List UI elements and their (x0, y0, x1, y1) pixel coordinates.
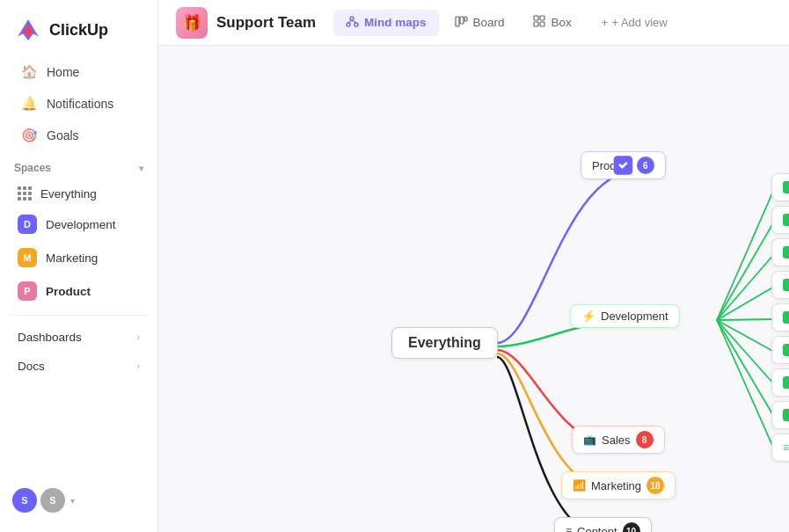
content-label: Content (577, 525, 617, 533)
dashboards-row[interactable]: Dashboards › (4, 324, 154, 351)
sales-icon: 📺 (583, 434, 596, 446)
sidebar-item-notifications[interactable]: 🔔 Notifications (7, 89, 150, 119)
marketing-label: Marketing (46, 251, 98, 265)
svg-line-14 (717, 189, 774, 320)
add-icon: + (602, 16, 609, 29)
sidebar-item-goals[interactable]: 🎯 Goals (7, 120, 150, 150)
qa-icon (783, 311, 789, 324)
ios-icon (783, 376, 789, 389)
svg-rect-7 (456, 17, 459, 26)
avatar-user[interactable]: S (40, 488, 65, 513)
development-label: Development (601, 310, 668, 323)
qa-node[interactable]: QA 11 (771, 303, 789, 332)
marketing-badge: 18 (647, 477, 664, 494)
docs-label: Docs (18, 360, 45, 373)
svg-line-16 (717, 254, 774, 320)
home-icon: 🏠 (21, 64, 38, 80)
sidebar-item-marketing[interactable]: M Marketing (4, 242, 154, 273)
roadmap-node[interactable]: Roadmap 11 (771, 173, 789, 201)
svg-point-4 (347, 23, 350, 26)
spaces-section-header: Spaces ▾ (0, 151, 157, 179)
home-label: Home (47, 65, 79, 79)
sidebar-item-product[interactable]: P Product (4, 275, 154, 307)
svg-line-15 (717, 222, 774, 320)
dashboards-label: Dashboards (18, 331, 82, 344)
sprints-icon (783, 246, 789, 259)
board-label: Board (473, 16, 505, 29)
sidebar-item-development[interactable]: D Development (4, 208, 154, 240)
avatar-s[interactable]: S (12, 488, 37, 513)
sidebar-item-home[interactable]: 🏠 Home (7, 57, 150, 87)
svg-rect-10 (534, 16, 538, 20)
development-label: Development (46, 218, 116, 231)
android-node[interactable]: Android 4 (771, 401, 789, 429)
add-view-label: + Add view (611, 16, 667, 29)
svg-line-20 (717, 320, 774, 384)
avatar-area: S S ▾ (0, 479, 157, 521)
notes-node[interactable]: ≡ Notes 3 (771, 434, 789, 462)
add-view-button[interactable]: + + Add view (591, 11, 678, 34)
notifications-label: Notifications (47, 97, 113, 111)
svg-point-2 (350, 17, 354, 20)
marketing-badge: M (18, 248, 37, 267)
divider-1 (11, 315, 147, 316)
mindmap-svg (158, 46, 789, 532)
android-icon (783, 409, 789, 421)
svg-line-18 (717, 319, 774, 320)
content-icon: ≡ (566, 525, 572, 532)
mindmaps-icon (346, 15, 359, 31)
svg-rect-8 (460, 17, 464, 24)
tooling-node[interactable]: Tooling 5 (771, 271, 789, 299)
box-icon (533, 15, 546, 31)
bell-icon: 🔔 (21, 96, 38, 112)
svg-rect-9 (464, 17, 467, 21)
marketing-label: Marketing (591, 479, 641, 492)
clickup-logo-icon (14, 16, 42, 44)
board-icon (455, 15, 468, 31)
product-label: Product (46, 285, 91, 298)
automation-icon (783, 214, 789, 226)
tooling-icon (783, 279, 789, 291)
development-node[interactable]: ⚡ Development (570, 304, 680, 328)
logo-area: ClickUp (0, 11, 157, 56)
svg-line-21 (717, 320, 774, 417)
main-content: 🎁 Support Team Mind maps Board Box + + A… (158, 0, 789, 532)
workspace-icon: 🎁 (176, 7, 208, 39)
root-node[interactable]: Everything (391, 327, 498, 359)
product-badge: P (18, 281, 37, 301)
marketing-node[interactable]: 📶 Marketing 18 (561, 471, 676, 499)
svg-line-5 (352, 20, 356, 23)
product-node[interactable]: Product 6 (581, 151, 666, 179)
content-node[interactable]: ≡ Content 10 (554, 517, 652, 532)
marketing-icon: 📶 (573, 479, 586, 492)
sprints-node[interactable]: Sprints 11 (771, 238, 789, 266)
goals-label: Goals (47, 128, 79, 142)
spaces-label: Spaces (14, 162, 51, 174)
tab-box[interactable]: Box (521, 10, 584, 36)
svg-point-3 (354, 23, 358, 26)
ios-node[interactable]: iOS 1 (771, 368, 789, 397)
sales-node[interactable]: 📺 Sales 8 (572, 426, 665, 454)
topbar: 🎁 Support Team Mind maps Board Box + + A… (158, 0, 789, 46)
analytics-node[interactable]: Analytics 5 (771, 336, 789, 364)
grid-icon (18, 186, 32, 200)
app-name: ClickUp (49, 21, 108, 40)
docs-chevron: › (137, 361, 140, 371)
goals-icon: 🎯 (21, 128, 38, 143)
svg-line-6 (348, 20, 352, 23)
svg-line-22 (717, 320, 774, 449)
docs-row[interactable]: Docs › (4, 353, 154, 380)
tab-board[interactable]: Board (442, 10, 517, 36)
spaces-collapse-icon[interactable]: ▾ (139, 164, 143, 173)
sidebar: ClickUp 🏠 Home 🔔 Notifications 🎯 Goals S… (0, 0, 158, 532)
mindmaps-label: Mind maps (364, 16, 427, 29)
roadmap-icon (783, 181, 789, 193)
tab-mindmaps[interactable]: Mind maps (333, 10, 439, 36)
sales-label: Sales (602, 434, 631, 447)
automation-node[interactable]: Automation 6 (771, 206, 789, 234)
avatar-chevron: ▾ (70, 496, 75, 506)
sidebar-item-everything[interactable]: Everything (4, 180, 154, 207)
svg-rect-12 (534, 22, 538, 26)
svg-line-17 (717, 287, 774, 320)
content-badge: 10 (623, 522, 640, 532)
